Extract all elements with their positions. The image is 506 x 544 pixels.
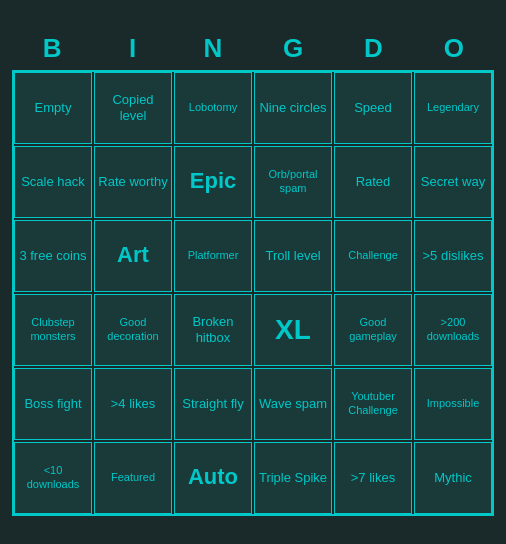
bingo-cell-13: Art — [94, 220, 172, 292]
bingo-cell-14: Platformer — [174, 220, 252, 292]
bingo-cell-25: >4 likes — [94, 368, 172, 440]
bingo-cell-text-0: Empty — [35, 100, 72, 116]
bingo-cell-15: Troll level — [254, 220, 332, 292]
bingo-header: BINGDO — [12, 29, 494, 68]
bingo-cell-text-30: <10 downloads — [18, 464, 88, 490]
bingo-cell-text-35: Mythic — [434, 470, 472, 486]
bingo-cell-text-4: Speed — [354, 100, 392, 116]
bingo-cell-text-2: Lobotomy — [189, 101, 237, 114]
bingo-cell-text-20: Broken hitbox — [178, 314, 248, 345]
bingo-cell-text-23: >200 downloads — [418, 316, 488, 342]
bingo-cell-3: Nine circles — [254, 72, 332, 144]
header-letter-d: D — [333, 29, 413, 68]
bingo-cell-text-1: Copied level — [98, 92, 168, 123]
bingo-cell-text-24: Boss fight — [24, 396, 81, 412]
bingo-cell-text-31: Featured — [111, 471, 155, 484]
bingo-cell-text-18: Clubstep monsters — [18, 316, 88, 342]
bingo-cell-text-3: Nine circles — [259, 100, 326, 116]
bingo-cell-12: 3 free coins — [14, 220, 92, 292]
bingo-cell-21: XL — [254, 294, 332, 366]
header-letter-b: B — [12, 29, 92, 68]
bingo-cell-text-33: Triple Spike — [259, 470, 327, 486]
bingo-cell-text-8: Epic — [190, 168, 236, 194]
bingo-cell-16: Challenge — [334, 220, 412, 292]
bingo-cell-22: Good gameplay — [334, 294, 412, 366]
bingo-cell-17: >5 dislikes — [414, 220, 492, 292]
bingo-grid: EmptyCopied levelLobotomyNine circlesSpe… — [12, 70, 494, 516]
bingo-cell-2: Lobotomy — [174, 72, 252, 144]
bingo-cell-6: Scale hack — [14, 146, 92, 218]
bingo-cell-11: Secret way — [414, 146, 492, 218]
bingo-cell-text-13: Art — [117, 242, 149, 268]
bingo-cell-text-28: Youtuber Challenge — [338, 390, 408, 416]
bingo-cell-27: Wave spam — [254, 368, 332, 440]
bingo-cell-28: Youtuber Challenge — [334, 368, 412, 440]
bingo-cell-text-15: Troll level — [265, 248, 320, 264]
header-letter-g: G — [253, 29, 333, 68]
bingo-cell-text-19: Good decoration — [98, 316, 168, 342]
bingo-cell-7: Rate worthy — [94, 146, 172, 218]
bingo-cell-32: Auto — [174, 442, 252, 514]
bingo-cell-text-34: >7 likes — [351, 470, 395, 486]
bingo-cell-23: >200 downloads — [414, 294, 492, 366]
bingo-cell-text-22: Good gameplay — [338, 316, 408, 342]
bingo-cell-text-29: Impossible — [427, 397, 480, 410]
bingo-container: BINGDO EmptyCopied levelLobotomyNine cir… — [8, 25, 498, 520]
bingo-cell-18: Clubstep monsters — [14, 294, 92, 366]
bingo-cell-text-32: Auto — [188, 464, 238, 490]
bingo-cell-text-26: Straight fly — [182, 396, 243, 412]
bingo-cell-text-6: Scale hack — [21, 174, 85, 190]
bingo-cell-9: Orb/portal spam — [254, 146, 332, 218]
bingo-cell-text-25: >4 likes — [111, 396, 155, 412]
header-letter-n: N — [173, 29, 253, 68]
bingo-cell-text-7: Rate worthy — [98, 174, 167, 190]
bingo-cell-34: >7 likes — [334, 442, 412, 514]
bingo-cell-31: Featured — [94, 442, 172, 514]
bingo-cell-text-16: Challenge — [348, 249, 398, 262]
bingo-cell-text-21: XL — [275, 313, 311, 347]
bingo-cell-30: <10 downloads — [14, 442, 92, 514]
bingo-cell-26: Straight fly — [174, 368, 252, 440]
bingo-cell-text-27: Wave spam — [259, 396, 327, 412]
bingo-cell-20: Broken hitbox — [174, 294, 252, 366]
bingo-cell-29: Impossible — [414, 368, 492, 440]
bingo-cell-text-17: >5 dislikes — [422, 248, 483, 264]
bingo-cell-0: Empty — [14, 72, 92, 144]
bingo-cell-text-11: Secret way — [421, 174, 485, 190]
bingo-cell-35: Mythic — [414, 442, 492, 514]
bingo-cell-text-9: Orb/portal spam — [258, 168, 328, 194]
bingo-cell-5: Legendary — [414, 72, 492, 144]
bingo-cell-1: Copied level — [94, 72, 172, 144]
header-letter-o: O — [414, 29, 494, 68]
bingo-cell-text-5: Legendary — [427, 101, 479, 114]
bingo-cell-10: Rated — [334, 146, 412, 218]
bingo-cell-24: Boss fight — [14, 368, 92, 440]
bingo-cell-19: Good decoration — [94, 294, 172, 366]
bingo-cell-4: Speed — [334, 72, 412, 144]
bingo-cell-8: Epic — [174, 146, 252, 218]
header-letter-i: I — [92, 29, 172, 68]
bingo-cell-text-10: Rated — [356, 174, 391, 190]
bingo-cell-text-14: Platformer — [188, 249, 239, 262]
bingo-cell-33: Triple Spike — [254, 442, 332, 514]
bingo-cell-text-12: 3 free coins — [19, 248, 86, 264]
